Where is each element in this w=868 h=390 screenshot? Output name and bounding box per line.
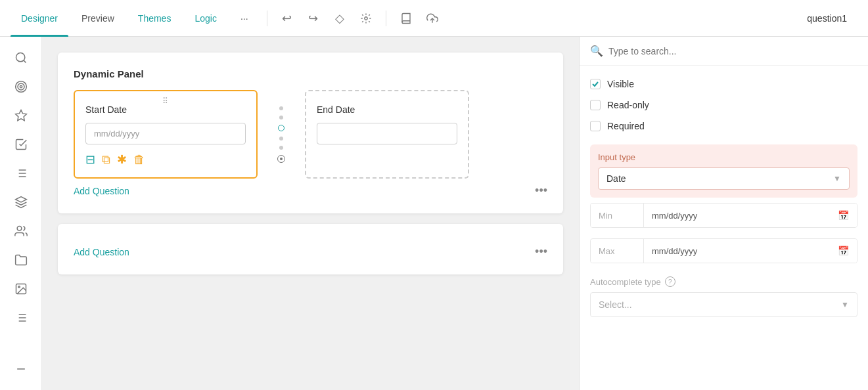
visible-row: Visible: [590, 74, 857, 95]
max-input[interactable]: mm/dd/yyyy 📅: [643, 239, 857, 263]
connector-dot-1: [279, 106, 283, 110]
empty-panel-card: Add Question •••: [58, 224, 563, 274]
search-input[interactable]: [608, 46, 857, 56]
connector-dot-2: [279, 116, 283, 119]
tab-designer[interactable]: Designer: [11, 0, 68, 37]
panel-title: Dynamic Panel: [74, 68, 547, 79]
sidebar-image[interactable]: [8, 276, 34, 302]
tab-preview[interactable]: Preview: [71, 0, 125, 37]
required-row: Required: [590, 116, 857, 137]
min-row: Min mm/dd/yyyy 📅: [590, 203, 857, 228]
autocomplete-section: Autocomplete type ? Select... ▼: [580, 269, 868, 325]
sidebar-check[interactable]: [8, 131, 34, 158]
canvas-area: Dynamic Panel ⠿ Start Date mm/dd/yyyy ⊟ …: [42, 37, 579, 390]
connector-target[interactable]: [277, 155, 285, 163]
copy-icon[interactable]: ⧉: [102, 153, 110, 167]
autocomplete-select[interactable]: Select... ▼: [590, 292, 857, 317]
autocomplete-label: Autocomplete type ?: [590, 276, 857, 287]
nav-title: question1: [807, 13, 857, 24]
tab-logic[interactable]: Logic: [184, 0, 227, 37]
readonly-label: Read-only: [607, 100, 649, 110]
delete-icon[interactable]: 🗑: [133, 153, 145, 167]
required-label: Required: [607, 121, 645, 131]
main-layout: Dynamic Panel ⠿ Start Date mm/dd/yyyy ⊟ …: [0, 37, 868, 390]
connector-dot-3: [279, 137, 283, 141]
dynamic-panel-card: Dynamic Panel ⠿ Start Date mm/dd/yyyy ⊟ …: [58, 53, 563, 213]
start-date-label: Start Date: [85, 104, 246, 115]
required-star-icon[interactable]: ✱: [117, 152, 127, 167]
sidebar-target[interactable]: [8, 74, 34, 100]
required-checkbox[interactable]: [590, 121, 601, 131]
svg-point-17: [18, 286, 19, 288]
add-question-row-2: Add Question •••: [74, 240, 547, 259]
sidebar-report[interactable]: [8, 305, 34, 331]
add-question-button-2[interactable]: Add Question: [74, 247, 129, 257]
question-end-date[interactable]: End Date: [305, 90, 469, 179]
svg-point-4: [15, 81, 26, 93]
right-panel: 🔍 Visible Read-only Required: [579, 37, 868, 390]
visible-checkbox[interactable]: [590, 79, 601, 89]
svg-marker-7: [15, 110, 26, 121]
visible-label: Visible: [607, 79, 634, 89]
redo-button[interactable]: ↪: [302, 7, 325, 30]
properties-section: Visible Read-only Required: [580, 66, 868, 144]
svg-point-15: [17, 227, 22, 231]
nav-divider-1: [267, 11, 267, 26]
top-nav: Designer Preview Themes Logic ··· ↩ ↪ ◇ …: [0, 0, 868, 37]
input-type-select[interactable]: Date ▼: [598, 167, 850, 190]
sidebar-people[interactable]: [8, 218, 34, 244]
svg-point-0: [364, 16, 367, 20]
upload-button[interactable]: [421, 7, 444, 30]
help-icon[interactable]: ?: [665, 276, 675, 287]
max-row: Max mm/dd/yyyy 📅: [590, 238, 857, 263]
left-sidebar: [0, 37, 42, 390]
svg-point-5: [18, 83, 24, 90]
input-type-header: Input type: [598, 152, 850, 162]
more-options-2[interactable]: •••: [535, 245, 547, 259]
settings-button[interactable]: [354, 7, 378, 30]
end-date-input[interactable]: [317, 123, 457, 144]
tab-themes[interactable]: Themes: [127, 0, 182, 37]
input-type-icon[interactable]: ⊟: [85, 152, 95, 167]
sidebar-folder[interactable]: [8, 247, 34, 273]
end-date-label: End Date: [317, 104, 457, 115]
book-button[interactable]: [394, 7, 418, 30]
svg-point-2: [16, 53, 24, 62]
max-label: Max: [591, 240, 643, 263]
connector-dot-4: [279, 146, 283, 150]
add-question-row-1: Add Question •••: [74, 179, 547, 198]
more-options-1[interactable]: •••: [535, 184, 547, 198]
min-label: Min: [591, 204, 643, 227]
start-date-input[interactable]: mm/dd/yyyy: [85, 123, 246, 144]
question-actions: ⊟ ⧉ ✱ 🗑: [85, 152, 246, 167]
add-question-button-1[interactable]: Add Question: [74, 186, 129, 196]
panel-inner: ⠿ Start Date mm/dd/yyyy ⊟ ⧉ ✱ 🗑: [74, 90, 547, 179]
connector-target-inner: [280, 158, 283, 160]
svg-line-3: [23, 60, 26, 63]
sidebar-list[interactable]: [8, 160, 34, 186]
input-type-section: Input type Date ▼: [590, 144, 857, 198]
question-start-date[interactable]: ⠿ Start Date mm/dd/yyyy ⊟ ⧉ ✱ 🗑: [74, 90, 258, 179]
sidebar-minus[interactable]: [8, 356, 34, 382]
min-calendar-icon: 📅: [838, 210, 849, 221]
clear-button[interactable]: ◇: [328, 7, 352, 30]
nav-divider-2: [386, 11, 386, 26]
svg-point-6: [20, 85, 22, 87]
select-arrow-icon: ▼: [833, 174, 841, 183]
sidebar-star[interactable]: [8, 102, 34, 129]
sidebar-layers[interactable]: [8, 189, 34, 215]
search-icon: 🔍: [590, 45, 603, 57]
sidebar-search[interactable]: [8, 45, 34, 71]
connector-ring: [278, 125, 285, 131]
readonly-row: Read-only: [590, 95, 857, 116]
max-calendar-icon: 📅: [838, 246, 849, 256]
tab-more[interactable]: ···: [230, 0, 259, 37]
min-input[interactable]: mm/dd/yyyy 📅: [643, 204, 857, 227]
search-box: 🔍: [580, 37, 868, 66]
drag-handle[interactable]: ⠿: [162, 97, 170, 106]
undo-button[interactable]: ↩: [275, 7, 299, 30]
autocomplete-arrow-icon: ▼: [841, 300, 849, 309]
svg-marker-14: [15, 197, 26, 202]
panel-connectors: [268, 90, 294, 179]
readonly-checkbox[interactable]: [590, 100, 601, 110]
